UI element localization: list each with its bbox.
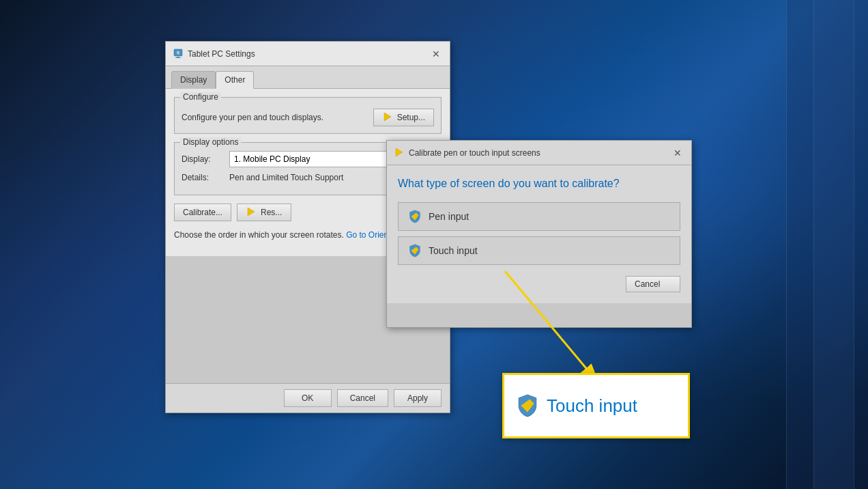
tablet-pc-icon bbox=[173, 48, 184, 59]
details-label: Details: bbox=[182, 173, 229, 182]
setup-button-label: Setup... bbox=[397, 113, 425, 122]
calibrate-bottom-area: Cancel bbox=[398, 270, 680, 292]
tablet-settings-title: Tablet PC Settings bbox=[188, 49, 255, 59]
pen-input-label: Pen input bbox=[429, 211, 469, 222]
calibrate-icon bbox=[394, 148, 405, 158]
tablet-settings-close-button[interactable]: ✕ bbox=[429, 47, 443, 61]
display-field-label: Display: bbox=[182, 154, 229, 164]
pen-input-button[interactable]: Pen input bbox=[398, 202, 680, 231]
svg-marker-4 bbox=[248, 208, 255, 216]
orientation-description: Choose the order in which your screen ro… bbox=[174, 230, 344, 240]
tabs-area: Display Other bbox=[166, 66, 450, 89]
calibrate-dialog-title: Calibrate pen or touch input screens bbox=[409, 148, 540, 158]
details-value: Pen and Limited Touch Support bbox=[229, 173, 343, 182]
highlight-touch-input-box: Touch input bbox=[502, 373, 690, 438]
calibrate-dialog-window: Calibrate pen or touch input screens ✕ W… bbox=[386, 140, 692, 328]
configure-row: Configure your pen and touch displays. S… bbox=[182, 109, 434, 126]
calibrate-titlebar-left: Calibrate pen or touch input screens bbox=[394, 148, 540, 158]
titlebar-left: Tablet PC Settings bbox=[173, 48, 255, 59]
setup-button[interactable]: Setup... bbox=[373, 109, 434, 126]
svg-marker-3 bbox=[384, 113, 391, 121]
highlight-touch-input-label: Touch input bbox=[547, 395, 637, 417]
calibrate-close-button[interactable]: ✕ bbox=[671, 146, 684, 160]
calibrate-titlebar: Calibrate pen or touch input screens ✕ bbox=[387, 141, 691, 165]
reset-button[interactable]: Res... bbox=[237, 204, 291, 221]
touch-shield-icon bbox=[408, 244, 422, 257]
desktop-chrome-right-inner bbox=[813, 0, 854, 489]
pen-shield-icon bbox=[408, 210, 422, 223]
configure-section: Configure Configure your pen and touch d… bbox=[174, 97, 442, 134]
calibrate-button[interactable]: Calibrate... bbox=[174, 204, 231, 221]
svg-marker-5 bbox=[396, 148, 403, 156]
apply-button[interactable]: Apply bbox=[394, 389, 442, 407]
touch-input-button[interactable]: Touch input bbox=[398, 236, 680, 265]
touch-input-label: Touch input bbox=[429, 245, 478, 256]
calibrate-question: What type of screen do you want to calib… bbox=[398, 176, 680, 191]
highlight-shield-icon bbox=[517, 393, 538, 418]
svg-rect-0 bbox=[174, 49, 182, 56]
display-select-value: 1. Mobile PC Display bbox=[234, 154, 310, 164]
display-options-label: Display options bbox=[180, 137, 241, 147]
calibrate-content: What type of screen do you want to calib… bbox=[387, 165, 691, 303]
setup-icon bbox=[382, 112, 393, 123]
configure-description: Configure your pen and touch displays. bbox=[182, 112, 323, 124]
tab-display[interactable]: Display bbox=[171, 71, 216, 89]
configure-label: Configure bbox=[180, 92, 221, 102]
tablet-settings-bottom-buttons: OK Cancel Apply bbox=[166, 383, 450, 413]
calibrate-cancel-button[interactable]: Cancel bbox=[626, 276, 680, 292]
tab-other[interactable]: Other bbox=[216, 71, 254, 89]
calibrate-cancel-label: Cancel bbox=[635, 279, 660, 289]
desktop-chrome-right bbox=[786, 0, 868, 489]
reset-button-label: Res... bbox=[261, 208, 282, 217]
tablet-settings-titlebar: Tablet PC Settings ✕ bbox=[166, 42, 450, 66]
calibrate-button-label: Calibrate... bbox=[183, 208, 222, 217]
reset-icon bbox=[246, 207, 257, 218]
cancel-button[interactable]: Cancel bbox=[337, 389, 388, 407]
ok-button[interactable]: OK bbox=[284, 389, 332, 407]
